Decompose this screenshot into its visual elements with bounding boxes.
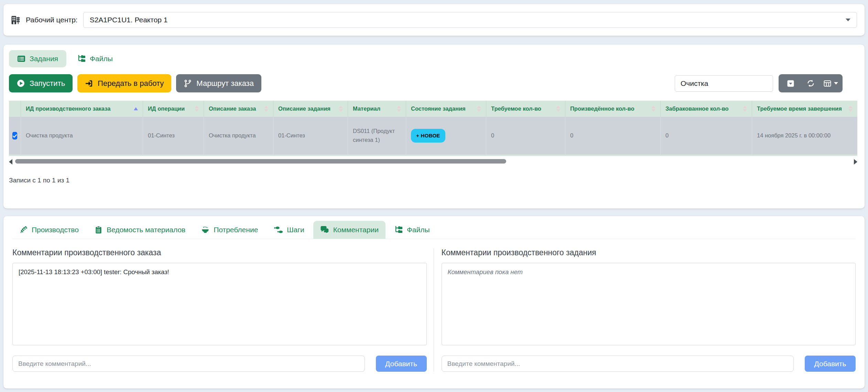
- tab-comments[interactable]: Комментарии: [313, 221, 386, 239]
- column-header-order-description[interactable]: Описание заказа: [204, 101, 273, 117]
- details-card: Производство Ведомость материалов Потреб…: [3, 216, 865, 389]
- cell-order-id: Очистка продукта: [21, 117, 143, 155]
- tab-production-label: Производство: [32, 226, 79, 234]
- folder-tree-icon: [394, 226, 403, 234]
- tasks-table: ИД производственного заказа ИД операции …: [9, 101, 857, 156]
- transfer-to-work-button[interactable]: Передать в работу: [77, 74, 171, 92]
- columns-menu-button[interactable]: [821, 74, 840, 92]
- column-label: Описание заказа: [209, 105, 256, 112]
- route-branch-icon: [184, 79, 192, 88]
- column-header-rejected-qty[interactable]: Забракованное кол-во: [660, 101, 752, 117]
- table-bottom-strip: [9, 155, 857, 156]
- order-comment-entry: [2025-11-13 18:13:23 +03:00] tester: Сро…: [19, 268, 421, 276]
- chevron-down-icon: [834, 82, 838, 85]
- order-comment-add-button[interactable]: Добавить: [376, 356, 427, 372]
- cell-operation-id: 01-Синтез: [143, 117, 204, 155]
- column-label: ИД операции: [148, 105, 185, 112]
- workcenter-label: Рабочий центр:: [26, 16, 78, 24]
- tab-tasks-label: Задания: [30, 55, 58, 63]
- chevron-down-icon: [846, 19, 850, 21]
- column-header-material[interactable]: Материал: [348, 101, 406, 117]
- column-header-order-id[interactable]: ИД производственного заказа: [21, 101, 143, 117]
- tab-bom-label: Ведомость материалов: [107, 226, 185, 234]
- cell-task-description: 01-Синтез: [273, 117, 348, 155]
- sort-icon: [651, 106, 655, 112]
- clipboard-list-icon: [95, 226, 102, 234]
- bowl-icon: [201, 226, 209, 234]
- horizontal-scrollbar[interactable]: [9, 158, 857, 165]
- column-label: ИД производственного заказа: [26, 105, 110, 112]
- tab-production[interactable]: Производство: [12, 221, 86, 239]
- cell-produced-qty: 0: [565, 117, 660, 155]
- tasks-table-header: ИД производственного заказа ИД операции …: [9, 101, 857, 117]
- column-label: Описание задания: [278, 105, 330, 112]
- tab-tasks[interactable]: Задания: [9, 50, 66, 67]
- cell-material: DS011 (Продукт синтеза 1): [348, 117, 406, 155]
- folder-tree-icon: [77, 55, 86, 63]
- column-header-operation-id[interactable]: ИД операции: [143, 101, 204, 117]
- tab-files-label: Файлы: [90, 55, 113, 63]
- tab-bom[interactable]: Ведомость материалов: [88, 221, 192, 239]
- workcenter-select[interactable]: S2A1PC1U1. Реактор 1: [83, 12, 857, 28]
- tab-detail-files[interactable]: Файлы: [388, 221, 437, 239]
- route-button-label: Маршрут заказа: [196, 79, 254, 88]
- sort-icon: [743, 106, 747, 112]
- column-header-task-description[interactable]: Описание задания: [273, 101, 348, 117]
- arrow-in-bracket-icon: [85, 79, 93, 88]
- collapse-panel-button[interactable]: [781, 74, 801, 92]
- table-list-icon: [17, 55, 25, 63]
- tab-steps[interactable]: Шаги: [267, 221, 311, 239]
- order-comment-input[interactable]: [12, 356, 365, 372]
- order-comments-box: [2025-11-13 18:13:23 +03:00] tester: Сро…: [12, 263, 427, 345]
- task-comment-input[interactable]: [442, 356, 794, 372]
- column-header-task-state[interactable]: Состояние задания: [406, 101, 486, 117]
- sort-icon: [339, 106, 343, 112]
- refresh-icon: [806, 79, 815, 88]
- table-actions-group: [779, 74, 843, 92]
- workcenter-select-value: S2A1PC1U1. Реактор 1: [90, 16, 168, 24]
- table-row[interactable]: Очистка продукта 01-Синтез Очистка проду…: [9, 117, 857, 155]
- order-route-button[interactable]: Маршрут заказа: [176, 74, 261, 92]
- table-icon: [823, 79, 832, 88]
- task-comments-title: Комментарии производственного задания: [442, 248, 856, 257]
- column-label: Состояние задания: [411, 105, 466, 112]
- search-input[interactable]: [675, 75, 773, 92]
- sort-icon: [477, 106, 481, 112]
- tab-consumption[interactable]: Потребление: [194, 221, 265, 239]
- row-checkbox[interactable]: [12, 132, 17, 139]
- comments-panels: Комментарии производственного заказа [20…: [12, 248, 856, 372]
- check-icon: [12, 134, 17, 138]
- order-comments-title: Комментарии производственного заказа: [12, 248, 427, 257]
- scroll-left-icon[interactable]: [9, 159, 12, 165]
- caret-down-square-icon: [786, 79, 795, 88]
- tab-steps-label: Шаги: [287, 226, 304, 234]
- column-header-required-completion[interactable]: Требуемое время завершения: [752, 101, 857, 117]
- sort-asc-icon: [134, 107, 138, 110]
- tab-files[interactable]: Файлы: [69, 50, 121, 67]
- start-button[interactable]: Запустить: [9, 74, 73, 92]
- tab-consumption-label: Потребление: [214, 226, 258, 234]
- comments-icon: [320, 226, 329, 234]
- tab-comments-label: Комментарии: [333, 226, 379, 234]
- column-header-required-qty[interactable]: Требуемое кол-во: [486, 101, 565, 117]
- tasks-card: Задания Файлы Запустить: [3, 45, 865, 209]
- task-comment-add-button[interactable]: Добавить: [805, 356, 856, 372]
- refresh-button[interactable]: [801, 74, 821, 92]
- sort-icon: [556, 106, 560, 112]
- column-label: Забракованное кол-во: [665, 105, 729, 112]
- column-label: Произведённое кол-во: [570, 105, 634, 112]
- row-select-cell: [9, 117, 21, 155]
- task-comment-input-row: Добавить: [442, 356, 856, 372]
- column-label: Требуемое кол-во: [491, 105, 541, 112]
- sort-icon: [195, 106, 199, 112]
- sort-icon: [397, 106, 401, 112]
- transfer-button-label: Передать в работу: [98, 79, 164, 88]
- cell-task-state: + НОВОЕ: [406, 117, 486, 155]
- wheat-icon: [19, 226, 28, 234]
- column-header-produced-qty[interactable]: Произведённое кол-во: [565, 101, 660, 117]
- cell-required-qty: 0: [486, 117, 565, 155]
- cell-order-description: Очистка продукта: [204, 117, 273, 155]
- scroll-right-icon[interactable]: [854, 159, 857, 165]
- scrollbar-thumb[interactable]: [15, 159, 506, 164]
- building-wheat-icon: [11, 15, 20, 25]
